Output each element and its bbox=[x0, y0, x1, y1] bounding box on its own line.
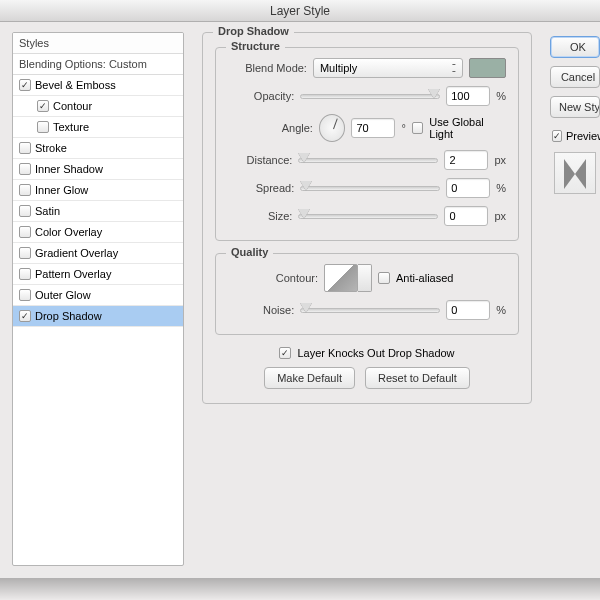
angle-input[interactable] bbox=[351, 118, 395, 138]
new-style-button[interactable]: New Style... bbox=[550, 96, 600, 118]
contour-label: Contour: bbox=[228, 272, 318, 284]
distance-unit: px bbox=[494, 154, 506, 166]
ok-button[interactable]: OK bbox=[550, 36, 600, 58]
distance-input[interactable] bbox=[444, 150, 488, 170]
blend-mode-label: Blend Mode: bbox=[228, 62, 307, 74]
sidebar-checkbox[interactable] bbox=[19, 226, 31, 238]
structure-group: Structure Blend Mode: Multiply Opacity: bbox=[215, 47, 519, 241]
sidebar-item-label: Gradient Overlay bbox=[35, 247, 118, 259]
noise-label: Noise: bbox=[228, 304, 294, 316]
drop-shadow-group: Drop Shadow Structure Blend Mode: Multip… bbox=[202, 32, 532, 404]
sidebar-item-gradient-overlay[interactable]: Gradient Overlay bbox=[13, 243, 183, 264]
sidebar-item-label: Bevel & Emboss bbox=[35, 79, 116, 91]
sidebar-checkbox[interactable] bbox=[19, 268, 31, 280]
reset-default-button[interactable]: Reset to Default bbox=[365, 367, 470, 389]
preview-checkbox[interactable] bbox=[552, 130, 562, 142]
window-title: Layer Style bbox=[0, 0, 600, 22]
shadow-color-swatch[interactable] bbox=[469, 58, 506, 78]
sidebar-checkbox[interactable] bbox=[19, 310, 31, 322]
blend-mode-select[interactable]: Multiply bbox=[313, 58, 463, 78]
drop-shadow-legend: Drop Shadow bbox=[213, 25, 294, 37]
contour-dropdown-button[interactable] bbox=[358, 264, 372, 292]
contour-picker[interactable] bbox=[324, 264, 358, 292]
sidebar-header[interactable]: Styles bbox=[13, 33, 183, 54]
size-unit: px bbox=[494, 210, 506, 222]
noise-unit: % bbox=[496, 304, 506, 316]
styles-sidebar: Styles Blending Options: Custom Bevel & … bbox=[12, 32, 184, 566]
size-slider[interactable] bbox=[298, 209, 438, 223]
use-global-light-checkbox[interactable] bbox=[412, 122, 423, 134]
opacity-slider[interactable] bbox=[300, 89, 440, 103]
sidebar-item-color-overlay[interactable]: Color Overlay bbox=[13, 222, 183, 243]
sidebar-checkbox[interactable] bbox=[19, 184, 31, 196]
sidebar-checkbox[interactable] bbox=[19, 205, 31, 217]
sidebar-checkbox[interactable] bbox=[37, 100, 49, 112]
distance-label: Distance: bbox=[228, 154, 292, 166]
sidebar-item-label: Stroke bbox=[35, 142, 67, 154]
sidebar-checkbox[interactable] bbox=[19, 79, 31, 91]
window-shadow bbox=[0, 578, 600, 600]
sidebar-item-label: Contour bbox=[53, 100, 92, 112]
anti-aliased-label: Anti-aliased bbox=[396, 272, 453, 284]
sidebar-checkbox[interactable] bbox=[19, 142, 31, 154]
anti-aliased-checkbox[interactable] bbox=[378, 272, 390, 284]
sidebar-checkbox[interactable] bbox=[19, 247, 31, 259]
spread-label: Spread: bbox=[228, 182, 294, 194]
sidebar-checkbox[interactable] bbox=[19, 163, 31, 175]
spread-input[interactable] bbox=[446, 178, 490, 198]
sidebar-item-inner-glow[interactable]: Inner Glow bbox=[13, 180, 183, 201]
sidebar-item-label: Inner Glow bbox=[35, 184, 88, 196]
blending-options-row[interactable]: Blending Options: Custom bbox=[13, 54, 183, 75]
dialog-button-column: OK Cancel New Style... Preview bbox=[550, 32, 600, 566]
quality-legend: Quality bbox=[226, 246, 273, 258]
cancel-button[interactable]: Cancel bbox=[550, 66, 600, 88]
angle-unit: ° bbox=[401, 122, 405, 134]
sidebar-item-stroke[interactable]: Stroke bbox=[13, 138, 183, 159]
sidebar-item-drop-shadow[interactable]: Drop Shadow bbox=[13, 306, 183, 327]
spread-slider[interactable] bbox=[300, 181, 440, 195]
size-label: Size: bbox=[228, 210, 292, 222]
sidebar-checkbox[interactable] bbox=[19, 289, 31, 301]
sidebar-item-outer-glow[interactable]: Outer Glow bbox=[13, 285, 183, 306]
sidebar-item-label: Pattern Overlay bbox=[35, 268, 111, 280]
spread-unit: % bbox=[496, 182, 506, 194]
sidebar-item-label: Outer Glow bbox=[35, 289, 91, 301]
preview-thumbnail bbox=[554, 152, 596, 194]
sidebar-checkbox[interactable] bbox=[37, 121, 49, 133]
distance-slider[interactable] bbox=[298, 153, 438, 167]
opacity-label: Opacity: bbox=[228, 90, 294, 102]
sidebar-item-contour[interactable]: Contour bbox=[13, 96, 183, 117]
structure-legend: Structure bbox=[226, 40, 285, 52]
sidebar-item-label: Drop Shadow bbox=[35, 310, 102, 322]
opacity-unit: % bbox=[496, 90, 506, 102]
sidebar-item-label: Satin bbox=[35, 205, 60, 217]
sidebar-item-label: Color Overlay bbox=[35, 226, 102, 238]
sidebar-item-texture[interactable]: Texture bbox=[13, 117, 183, 138]
opacity-input[interactable] bbox=[446, 86, 490, 106]
sidebar-item-satin[interactable]: Satin bbox=[13, 201, 183, 222]
angle-label: Angle: bbox=[228, 122, 313, 134]
size-input[interactable] bbox=[444, 206, 488, 226]
angle-dial[interactable] bbox=[319, 114, 346, 142]
sidebar-item-pattern-overlay[interactable]: Pattern Overlay bbox=[13, 264, 183, 285]
sidebar-item-label: Inner Shadow bbox=[35, 163, 103, 175]
preview-label: Preview bbox=[566, 130, 600, 142]
noise-slider[interactable] bbox=[300, 303, 440, 317]
noise-input[interactable] bbox=[446, 300, 490, 320]
use-global-light-label: Use Global Light bbox=[429, 116, 506, 140]
sidebar-item-bevel-emboss[interactable]: Bevel & Emboss bbox=[13, 75, 183, 96]
knockout-label: Layer Knocks Out Drop Shadow bbox=[297, 347, 454, 359]
make-default-button[interactable]: Make Default bbox=[264, 367, 355, 389]
knockout-checkbox[interactable] bbox=[279, 347, 291, 359]
sidebar-item-label: Texture bbox=[53, 121, 89, 133]
sidebar-item-inner-shadow[interactable]: Inner Shadow bbox=[13, 159, 183, 180]
quality-group: Quality Contour: Anti-aliased Noise: bbox=[215, 253, 519, 335]
